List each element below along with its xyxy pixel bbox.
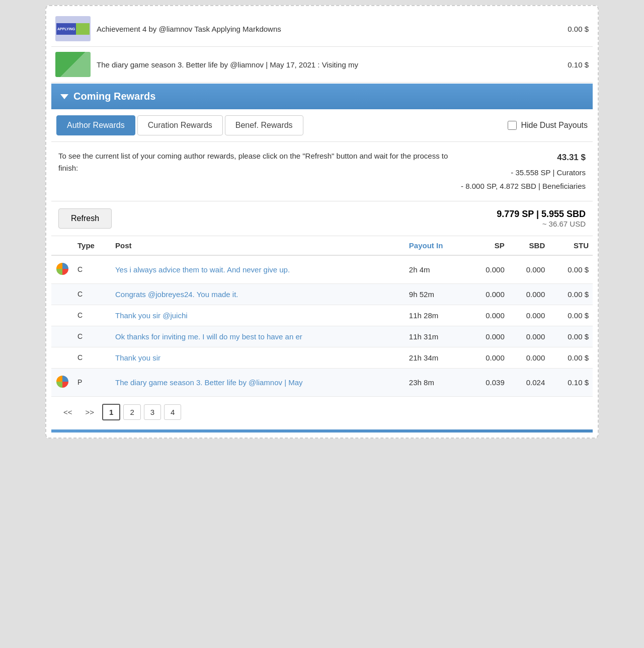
table-header-row: Type Post Payout In SP SBD STU xyxy=(51,236,593,255)
beneficiaries-line: - 8.000 SP, 4.872 SBD | Beneficiaries xyxy=(461,179,586,193)
rewards-table: Type Post Payout In SP SBD STU CYes i al… xyxy=(51,236,593,397)
row-stu: 0.00 $ xyxy=(549,255,593,284)
coming-rewards-title: Coming Rewards xyxy=(73,91,155,102)
row-sp: 0.000 xyxy=(468,255,508,284)
row-pie-icon xyxy=(51,347,73,368)
post-title-2: The diary game season 3. Better life by … xyxy=(97,60,561,69)
bottom-bar xyxy=(51,429,593,433)
row-sp: 0.000 xyxy=(468,305,508,326)
usd-value: ~ 36.67 USD xyxy=(497,220,586,228)
post-thumb-2 xyxy=(55,52,91,77)
desc-text: To see the current list of your coming a… xyxy=(58,150,451,193)
row-type: C xyxy=(73,283,111,305)
row-post[interactable]: Ok thanks for inviting me. I will do my … xyxy=(111,326,405,347)
post-thumb-1: APPLYING xyxy=(55,16,91,41)
collapse-icon xyxy=(60,94,68,99)
prev-button[interactable]: << xyxy=(58,405,77,419)
totals-right: 9.779 SP | 5.955 SBD ~ 36.67 USD xyxy=(497,209,586,228)
sp-sbd-value: 9.779 SP | 5.955 SBD xyxy=(497,209,586,220)
row-type: C xyxy=(73,326,111,347)
tab-bar: Author Rewards Curation Rewards Benef. R… xyxy=(51,109,593,142)
row-sbd: 0.000 xyxy=(509,305,549,326)
row-type: P xyxy=(73,368,111,396)
row-post[interactable]: Thank you sir xyxy=(111,347,405,368)
row-payout-in: 11h 28m xyxy=(405,305,468,326)
table-row: CThank you sir @juichi11h 28m0.0000.0000… xyxy=(51,305,593,326)
row-type: C xyxy=(73,255,111,284)
post-value-2: 0.10 $ xyxy=(568,60,589,69)
refresh-section: Refresh 9.779 SP | 5.955 SBD ~ 36.67 USD xyxy=(51,201,593,236)
post-value-1: 0.00 $ xyxy=(568,25,589,33)
row-pie-icon xyxy=(51,255,73,284)
table-row: CCongrats @jobreyes24. You made it.9h 52… xyxy=(51,283,593,305)
curators-line: - 35.558 SP | Curators xyxy=(461,166,586,179)
page-4-button[interactable]: 4 xyxy=(164,404,181,420)
desc-section: To see the current list of your coming a… xyxy=(51,142,593,201)
row-stu: 0.10 $ xyxy=(549,368,593,396)
table-row: CYes i always advice them to wait. And n… xyxy=(51,255,593,284)
table-row: CThank you sir21h 34m0.0000.0000.00 $ xyxy=(51,347,593,368)
row-sp: 0.000 xyxy=(468,326,508,347)
row-sp: 0.039 xyxy=(468,368,508,396)
row-payout-in: 9h 52m xyxy=(405,283,468,305)
coming-rewards-header: Coming Rewards xyxy=(51,84,593,109)
row-post[interactable]: Congrats @jobreyes24. You made it. xyxy=(111,283,405,305)
row-pie-icon xyxy=(51,283,73,305)
page-2-button[interactable]: 2 xyxy=(123,404,140,420)
row-sp: 0.000 xyxy=(468,347,508,368)
hide-dust-label: Hide Dust Payouts xyxy=(521,121,588,130)
post-item-2: The diary game season 3. Better life by … xyxy=(51,47,593,83)
row-stu: 0.00 $ xyxy=(549,305,593,326)
post-list: APPLYING Achievement 4 by @liamnov Task … xyxy=(51,11,593,83)
hide-dust-checkbox[interactable] xyxy=(508,121,517,130)
row-sbd: 0.000 xyxy=(509,255,549,284)
table-row: PThe diary game season 3. Better life by… xyxy=(51,368,593,396)
row-pie-icon xyxy=(51,326,73,347)
page-1-button[interactable]: 1 xyxy=(102,404,120,420)
col-stu: STU xyxy=(549,236,593,255)
col-sbd: SBD xyxy=(509,236,549,255)
row-pie-icon xyxy=(51,305,73,326)
row-pie-icon xyxy=(51,368,73,396)
row-sbd: 0.024 xyxy=(509,368,549,396)
col-payout-in: Payout In xyxy=(405,236,468,255)
page-3-button[interactable]: 3 xyxy=(144,404,161,420)
tab-benef-rewards[interactable]: Benef. Rewards xyxy=(225,115,303,135)
row-sbd: 0.000 xyxy=(509,326,549,347)
row-post[interactable]: Thank you sir @juichi xyxy=(111,305,405,326)
col-icon xyxy=(51,236,73,255)
refresh-button[interactable]: Refresh xyxy=(58,208,112,229)
row-type: C xyxy=(73,305,111,326)
row-payout-in: 21h 34m xyxy=(405,347,468,368)
row-sp: 0.000 xyxy=(468,283,508,305)
row-post[interactable]: The diary game season 3. Better life by … xyxy=(111,368,405,396)
desc-values: 43.31 $ - 35.558 SP | Curators - 8.000 S… xyxy=(461,150,586,193)
next-button[interactable]: >> xyxy=(80,405,100,419)
tab-curation-rewards[interactable]: Curation Rewards xyxy=(137,115,223,135)
row-payout-in: 11h 31m xyxy=(405,326,468,347)
row-stu: 0.00 $ xyxy=(549,326,593,347)
row-type: C xyxy=(73,347,111,368)
main-container: APPLYING Achievement 4 by @liamnov Task … xyxy=(45,5,599,439)
col-type: Type xyxy=(73,236,111,255)
row-payout-in: 2h 4m xyxy=(405,255,468,284)
row-post[interactable]: Yes i always advice them to wait. And ne… xyxy=(111,255,405,284)
pagination: << >> 1 2 3 4 xyxy=(51,397,593,427)
total-value: 43.31 $ xyxy=(461,150,586,166)
col-sp: SP xyxy=(468,236,508,255)
row-payout-in: 23h 8m xyxy=(405,368,468,396)
hide-dust-container: Hide Dust Payouts xyxy=(508,121,588,130)
post-title-1: Achievement 4 by @liamnov Task Applying … xyxy=(97,25,561,33)
row-sbd: 0.000 xyxy=(509,347,549,368)
tab-author-rewards[interactable]: Author Rewards xyxy=(56,115,135,135)
table-row: COk thanks for inviting me. I will do my… xyxy=(51,326,593,347)
post-item-1: APPLYING Achievement 4 by @liamnov Task … xyxy=(51,11,593,47)
row-stu: 0.00 $ xyxy=(549,283,593,305)
row-sbd: 0.000 xyxy=(509,283,549,305)
col-post: Post xyxy=(111,236,405,255)
row-stu: 0.00 $ xyxy=(549,347,593,368)
